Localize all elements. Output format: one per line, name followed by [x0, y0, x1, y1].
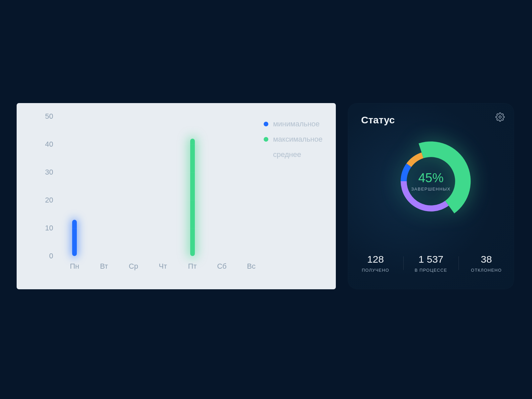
stat-rejected: 38 ОТКЛОНЕНО [459, 254, 514, 273]
donut-center-value: 45% [411, 171, 451, 185]
x-axis-labels: ПнВтСрЧтПтСбВс [60, 262, 266, 271]
legend-label-min: минимальное [273, 120, 320, 128]
status-donut-chart: 45% ЗАВЕРШЕННЫХ [388, 138, 474, 224]
x-tick-label: Пн [60, 262, 89, 271]
bar-column [236, 116, 266, 256]
y-tick-label: 40 [37, 140, 53, 149]
gear-icon[interactable] [495, 112, 505, 122]
bar-Пт [190, 139, 195, 256]
y-tick-label: 10 [37, 224, 53, 232]
y-tick-label: 20 [37, 196, 53, 204]
stat-in-progress-label: В ПРОЦЕССЕ [403, 268, 459, 273]
stat-received: 128 ПОЛУЧЕНО [348, 254, 403, 273]
stat-received-label: ПОЛУЧЕНО [348, 268, 403, 273]
bar-Сб [219, 170, 224, 256]
grid-line [60, 116, 326, 117]
bar-Вт [102, 170, 106, 256]
bar-column [178, 116, 207, 256]
stat-rejected-label: ОТКЛОНЕНО [459, 268, 514, 273]
stat-received-value: 128 [348, 254, 403, 265]
donut-slice-blue [401, 164, 411, 181]
status-title: Статус [361, 114, 395, 126]
donut-slice-orange [406, 152, 423, 167]
bar-Вс [249, 156, 254, 256]
bar-column [207, 116, 237, 256]
y-tick-label: 30 [37, 168, 53, 177]
x-tick-label: Сб [207, 262, 237, 271]
legend-label-max: максимальное [273, 135, 323, 144]
legend-item-max: максимальное [264, 135, 323, 144]
bar-Ср [131, 153, 136, 256]
status-card: Статус 45% ЗАВЕРШЕННЫХ 128 ПОЛУЧЕНО 1 53… [348, 103, 514, 289]
bar-chart-legend: минимальное максимальное среднее [264, 120, 323, 159]
svg-point-0 [499, 116, 501, 118]
legend-label-avg: среднее [273, 150, 301, 159]
status-stats-row: 128 ПОЛУЧЕНО 1 537 В ПРОЦЕССЕ 38 ОТКЛОНЕ… [348, 254, 514, 273]
bars-container [60, 116, 266, 256]
grid-line [60, 228, 326, 228]
x-tick-label: Ср [119, 262, 148, 271]
x-tick-label: Чт [148, 262, 178, 271]
bar-Пн [72, 220, 77, 256]
bar-column [89, 116, 119, 256]
x-tick-label: Пт [178, 262, 207, 271]
y-tick-label: 0 [37, 252, 53, 260]
grid-line [60, 200, 326, 200]
x-tick-label: Вс [236, 262, 266, 271]
x-tick-label: Вт [89, 262, 119, 271]
grid-line [60, 256, 326, 256]
bar-column [60, 116, 89, 256]
legend-item-avg: среднее [264, 150, 323, 159]
weekly-bar-chart-card: 01020304050 ПнВтСрЧтПтСбВс минимальное м… [17, 103, 336, 289]
y-tick-label: 50 [37, 112, 53, 121]
y-axis: 01020304050 [37, 116, 57, 256]
legend-dot-max [264, 137, 268, 142]
bar-Чт [161, 186, 165, 256]
stat-in-progress: 1 537 В ПРОЦЕССЕ [403, 254, 459, 273]
bar-column [119, 116, 148, 256]
grid-line [60, 172, 326, 173]
donut-center-label: ЗАВЕРШЕННЫХ [411, 187, 451, 192]
bar-column [148, 116, 178, 256]
legend-dot-min [264, 122, 268, 126]
legend-dot-avg [264, 152, 268, 157]
donut-center: 45% ЗАВЕРШЕННЫХ [411, 171, 451, 192]
bar-plot-area: 01020304050 ПнВтСрЧтПтСбВс [37, 116, 269, 256]
legend-item-min: минимальное [264, 120, 323, 128]
stat-in-progress-value: 1 537 [403, 254, 459, 265]
stat-rejected-value: 38 [459, 254, 514, 265]
